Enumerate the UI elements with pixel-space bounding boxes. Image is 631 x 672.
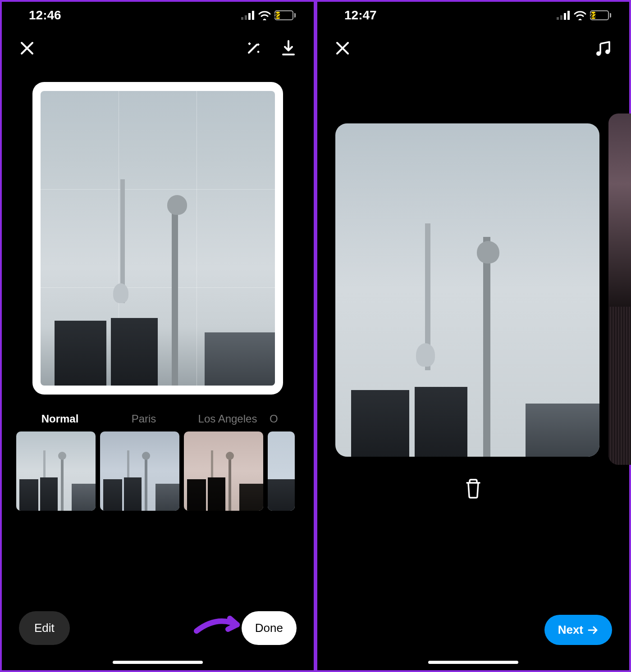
- wifi-icon: [574, 10, 586, 20]
- screen-filter-editor: 12:46 22: [0, 0, 316, 672]
- filter-label-normal[interactable]: Normal: [18, 413, 102, 425]
- delete-photo-row: [317, 477, 629, 501]
- trash-icon: [463, 477, 483, 499]
- next-button-label: Next: [558, 623, 583, 637]
- post-bottom-bar: Next: [317, 615, 629, 645]
- battery-percent: 22: [591, 12, 595, 19]
- svg-point-9: [605, 50, 610, 54]
- close-button[interactable]: [334, 40, 351, 58]
- photo-preview-frame: [32, 82, 283, 395]
- download-button[interactable]: [280, 39, 297, 59]
- music-button[interactable]: [594, 39, 612, 59]
- edit-button[interactable]: Edit: [19, 611, 70, 645]
- svg-rect-4: [557, 17, 559, 20]
- close-icon: [19, 40, 35, 56]
- screen-post-carousel: 12:47 22: [316, 0, 631, 672]
- svg-rect-2: [248, 13, 251, 20]
- photo-preview[interactable]: [41, 91, 275, 386]
- photo-carousel[interactable]: [335, 114, 629, 460]
- svg-rect-5: [560, 15, 562, 20]
- filter-thumb-paris[interactable]: [100, 431, 179, 511]
- post-topnav: [317, 29, 629, 69]
- filter-labels-row: Normal Paris Los Angeles O: [2, 395, 314, 429]
- filter-thumb-normal[interactable]: [16, 431, 96, 511]
- svg-point-8: [596, 51, 601, 56]
- status-time: 12:47: [344, 8, 377, 23]
- battery-indicator: 22: [590, 10, 611, 20]
- home-indicator[interactable]: [113, 661, 203, 664]
- filter-label-paris[interactable]: Paris: [102, 413, 186, 425]
- magic-wand-icon: [244, 39, 262, 57]
- editor-bottom-bar: Edit Done: [2, 611, 314, 645]
- carousel-photo-next-peek[interactable]: [608, 114, 631, 465]
- filter-thumbnails-row[interactable]: [2, 429, 314, 511]
- magic-wand-button[interactable]: [244, 39, 262, 59]
- status-indicators: 22: [557, 10, 611, 20]
- battery-indicator: 22: [274, 10, 296, 20]
- next-button[interactable]: Next: [544, 615, 612, 645]
- svg-rect-6: [564, 13, 566, 20]
- home-indicator[interactable]: [428, 661, 518, 664]
- status-time: 12:46: [29, 8, 61, 23]
- svg-rect-0: [241, 17, 243, 20]
- status-bar: 12:46 22: [2, 2, 314, 29]
- wifi-icon: [258, 10, 271, 20]
- editor-topnav: [2, 29, 314, 69]
- filter-thumb-los-angeles[interactable]: [184, 431, 263, 511]
- arrow-right-icon: [588, 626, 599, 635]
- cellular-icon: [241, 11, 255, 20]
- svg-rect-3: [252, 11, 254, 20]
- battery-percent: 22: [276, 12, 280, 19]
- status-bar: 12:47 22: [317, 2, 629, 29]
- cellular-icon: [557, 11, 570, 20]
- music-icon: [594, 39, 612, 57]
- done-button[interactable]: Done: [242, 611, 297, 645]
- download-icon: [280, 39, 297, 57]
- close-button[interactable]: [19, 40, 35, 58]
- delete-button[interactable]: [463, 477, 483, 501]
- close-icon: [334, 40, 351, 56]
- carousel-photo-main[interactable]: [335, 123, 599, 457]
- filter-label-los-angeles[interactable]: Los Angeles: [186, 413, 270, 425]
- svg-rect-7: [567, 11, 570, 20]
- filter-thumb-peek[interactable]: [268, 431, 295, 511]
- svg-rect-1: [245, 15, 247, 20]
- filter-label-peek[interactable]: O: [270, 413, 288, 425]
- status-indicators: 22: [241, 10, 296, 20]
